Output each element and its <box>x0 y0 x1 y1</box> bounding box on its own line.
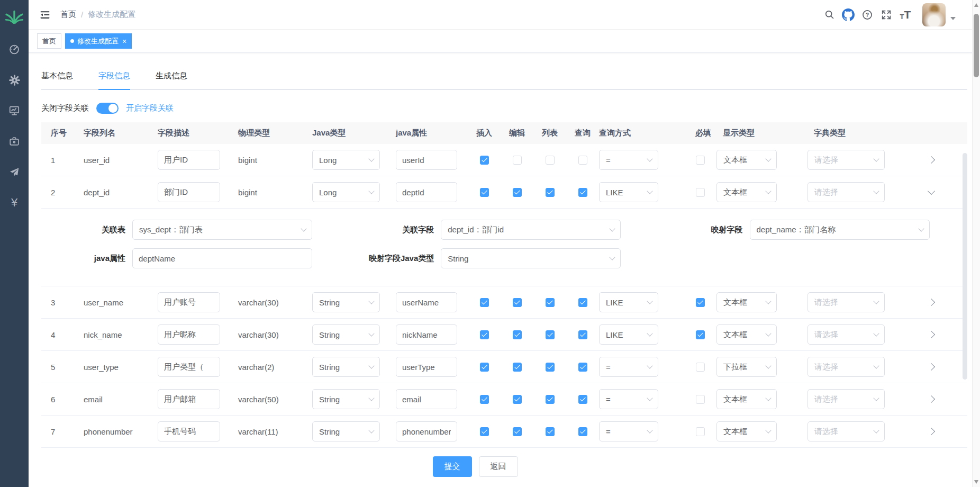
java-type-select[interactable]: String <box>312 357 380 377</box>
expand-row-icon[interactable] <box>928 156 935 164</box>
java-field-input[interactable] <box>396 324 457 345</box>
java-field-input[interactable] <box>396 292 457 312</box>
insert-checkbox[interactable] <box>480 156 489 165</box>
dict-type-select[interactable]: 请选择 <box>807 324 885 345</box>
relation-field-select[interactable]: dept_id：部门id <box>441 220 621 240</box>
relation-toggle-switch[interactable] <box>96 103 119 114</box>
dict-type-select[interactable]: 请选择 <box>807 389 885 409</box>
mapping-field-select[interactable]: dept_name：部门名称 <box>750 220 930 240</box>
display-type-select[interactable]: 文本框 <box>716 182 777 202</box>
sidebar-item-guide[interactable] <box>0 157 29 187</box>
list-checkbox[interactable] <box>546 395 555 404</box>
search-icon[interactable] <box>820 5 839 24</box>
github-icon[interactable] <box>839 5 858 24</box>
sidebar-item-tools[interactable] <box>0 126 29 157</box>
back-button[interactable]: 返回 <box>479 456 518 477</box>
query-checkbox[interactable] <box>578 156 587 165</box>
insert-checkbox[interactable] <box>480 363 489 372</box>
query-type-select[interactable]: LIKE <box>599 292 658 312</box>
java-type-select[interactable]: Long <box>312 150 380 170</box>
description-input[interactable] <box>158 292 220 312</box>
query-type-select[interactable]: = <box>599 357 658 377</box>
display-type-select[interactable]: 文本框 <box>716 389 777 409</box>
query-checkbox[interactable] <box>578 188 587 197</box>
display-type-select[interactable]: 文本框 <box>716 421 777 441</box>
edit-checkbox[interactable] <box>513 330 522 339</box>
insert-checkbox[interactable] <box>480 395 489 404</box>
scroll-up-arrow-icon[interactable] <box>974 3 978 7</box>
insert-checkbox[interactable] <box>480 188 489 197</box>
relation-table-select[interactable]: sys_dept：部门表 <box>132 220 312 240</box>
expand-row-icon[interactable] <box>928 428 935 435</box>
query-type-select[interactable]: LIKE <box>599 182 658 202</box>
insert-checkbox[interactable] <box>480 427 489 436</box>
insert-checkbox[interactable] <box>480 298 489 307</box>
query-checkbox[interactable] <box>578 298 587 307</box>
java-field-input[interactable] <box>396 182 457 202</box>
java-type-select[interactable]: String <box>312 324 380 345</box>
required-checkbox[interactable] <box>696 330 705 339</box>
java-attr-input[interactable] <box>132 248 312 268</box>
java-field-input[interactable] <box>396 389 457 409</box>
query-checkbox[interactable] <box>578 427 587 436</box>
sidebar-item-dashboard[interactable] <box>0 34 29 65</box>
description-input[interactable] <box>158 389 220 409</box>
page-scrollbar[interactable] <box>972 0 980 487</box>
display-type-select[interactable]: 文本框 <box>716 150 777 170</box>
tab-field-info[interactable]: 字段信息 <box>98 66 130 89</box>
java-type-select[interactable]: Long <box>312 182 380 202</box>
sidebar-item-system[interactable] <box>0 65 29 95</box>
description-input[interactable] <box>158 421 220 441</box>
collapse-row-icon[interactable] <box>928 187 935 195</box>
list-checkbox[interactable] <box>546 363 555 372</box>
required-checkbox[interactable] <box>696 156 705 165</box>
description-input[interactable] <box>158 357 220 377</box>
sidebar-collapse-icon[interactable] <box>36 6 54 24</box>
query-type-select[interactable]: = <box>599 150 658 170</box>
fullscreen-icon[interactable] <box>877 5 896 24</box>
java-type-select[interactable]: String <box>312 389 380 409</box>
expand-row-icon[interactable] <box>928 331 935 338</box>
expand-row-icon[interactable] <box>928 363 935 371</box>
edit-checkbox[interactable] <box>513 188 522 197</box>
query-checkbox[interactable] <box>578 395 587 404</box>
query-type-select[interactable]: LIKE <box>599 324 658 345</box>
display-type-select[interactable]: 下拉框 <box>716 357 777 377</box>
java-type-select[interactable]: String <box>312 292 380 312</box>
required-checkbox[interactable] <box>696 363 705 372</box>
java-field-input[interactable] <box>396 421 457 441</box>
avatar[interactable] <box>922 3 946 26</box>
help-icon[interactable]: ? <box>858 5 877 24</box>
tab-generate-info[interactable]: 生成信息 <box>156 66 187 89</box>
display-type-select[interactable]: 文本框 <box>716 292 777 312</box>
tag-close-icon[interactable]: × <box>122 38 126 45</box>
query-type-select[interactable]: = <box>599 389 658 409</box>
description-input[interactable] <box>158 324 220 345</box>
dict-type-select[interactable]: 请选择 <box>807 421 885 441</box>
mapping-java-type-select[interactable]: String <box>441 248 621 268</box>
description-input[interactable] <box>158 150 220 170</box>
sidebar-item-monitor[interactable] <box>0 95 29 126</box>
query-type-select[interactable]: = <box>599 421 658 441</box>
query-checkbox[interactable] <box>578 330 587 339</box>
java-type-select[interactable]: String <box>312 421 380 441</box>
dict-type-select[interactable]: 请选择 <box>807 182 885 202</box>
insert-checkbox[interactable] <box>480 330 489 339</box>
expand-row-icon[interactable] <box>928 395 935 403</box>
required-checkbox[interactable] <box>696 395 705 404</box>
dict-type-select[interactable]: 请选择 <box>807 150 885 170</box>
list-checkbox[interactable] <box>546 188 555 197</box>
font-size-icon[interactable]: TT <box>896 5 915 24</box>
edit-checkbox[interactable] <box>513 298 522 307</box>
sidebar-item-pay[interactable]: ¥ <box>0 187 29 218</box>
tag-home[interactable]: 首页 <box>37 33 61 49</box>
dict-type-select[interactable]: 请选择 <box>807 357 885 377</box>
tab-basic-info[interactable]: 基本信息 <box>41 66 73 89</box>
list-checkbox[interactable] <box>546 156 555 165</box>
list-checkbox[interactable] <box>546 427 555 436</box>
list-checkbox[interactable] <box>546 298 555 307</box>
query-checkbox[interactable] <box>578 363 587 372</box>
description-input[interactable] <box>158 182 220 202</box>
display-type-select[interactable]: 文本框 <box>716 324 777 345</box>
required-checkbox[interactable] <box>696 188 705 197</box>
